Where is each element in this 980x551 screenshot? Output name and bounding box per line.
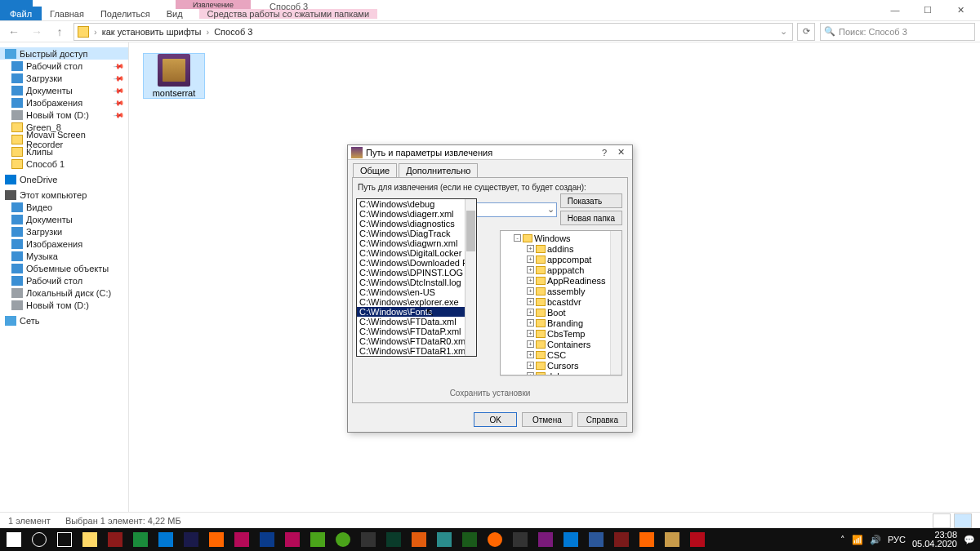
tree-node[interactable]: +Containers xyxy=(502,339,608,349)
sidebar-item[interactable]: Изображения xyxy=(0,238,128,250)
taskbar-app[interactable] xyxy=(103,529,127,550)
tab-home[interactable]: Главная xyxy=(42,9,92,19)
sidebar-item[interactable]: Movavi Screen Recorder xyxy=(0,133,128,145)
dropdown-item[interactable]: C:\Windows\en-US xyxy=(357,287,476,297)
task-view-button[interactable] xyxy=(52,529,77,550)
taskbar-app[interactable] xyxy=(154,529,178,550)
tree-scrollbar-v[interactable] xyxy=(610,231,621,375)
new-folder-button[interactable]: Новая папка xyxy=(560,211,622,225)
taskbar-app[interactable] xyxy=(660,529,684,550)
tray-chevron[interactable]: ˄ xyxy=(840,535,845,545)
forward-button[interactable]: → xyxy=(28,25,46,38)
maximize-button[interactable]: ☐ xyxy=(911,2,944,18)
sidebar-item[interactable]: Новый том (D:)📌 xyxy=(0,109,128,121)
taskbar-app[interactable] xyxy=(559,529,583,550)
sidebar-this-pc[interactable]: Этот компьютер xyxy=(0,189,128,201)
taskbar-app[interactable] xyxy=(128,529,153,550)
search-input[interactable]: 🔍 Поиск: Способ 3 xyxy=(820,23,975,41)
dropdown-item[interactable]: C:\Windows\explorer.exe xyxy=(357,297,476,307)
taskbar-app[interactable] xyxy=(204,529,229,550)
tree-node[interactable]: +bcastdvr xyxy=(502,296,608,307)
sidebar-item[interactable]: Объемные объекты xyxy=(0,262,128,274)
address-dropdown[interactable]: ⌄ xyxy=(778,26,789,37)
taskbar-app[interactable] xyxy=(255,529,279,550)
path-dropdown-button[interactable]: ⌄ xyxy=(547,204,555,215)
sidebar-item[interactable]: Загрузки📌 xyxy=(0,72,128,84)
tree-node[interactable]: +debug xyxy=(502,371,608,375)
taskbar-app[interactable] xyxy=(78,529,102,550)
dropdown-item[interactable]: C:\Windows\debug xyxy=(357,199,476,209)
refresh-button[interactable]: ⟳ xyxy=(797,23,815,41)
file-menu[interactable]: Файл xyxy=(0,7,42,20)
tree-node[interactable]: +Boot xyxy=(502,307,608,318)
dropdown-item[interactable]: C:\Windows\DtcInstall.log xyxy=(357,278,476,287)
tab-advanced[interactable]: Дополнительно xyxy=(399,163,478,177)
tab-share[interactable]: Поделиться xyxy=(92,9,158,19)
sidebar-item[interactable]: Музыка xyxy=(0,250,128,262)
dropdown-item[interactable]: C:\Windows\FTDataR1.xml xyxy=(357,346,476,356)
breadcrumb-segment[interactable]: как установить шрифты xyxy=(102,27,202,37)
taskbar-app[interactable] xyxy=(305,529,330,550)
dropdown-item[interactable]: C:\Windows\Downloaded Program Files xyxy=(357,258,476,268)
dropdown-item[interactable]: C:\Windows\DigitalLocker xyxy=(357,248,476,258)
view-icons-button[interactable] xyxy=(954,513,972,528)
tree-node[interactable]: +addins xyxy=(502,243,608,254)
sidebar-network[interactable]: Сеть xyxy=(0,314,128,327)
dropdown-item[interactable]: C:\Windows\diagerr.xml xyxy=(357,209,476,219)
taskbar-app[interactable] xyxy=(381,529,406,550)
back-button[interactable]: ← xyxy=(5,25,23,38)
dialog-help-button[interactable]: ? xyxy=(596,148,612,158)
sidebar-item[interactable]: Новый том (D:) xyxy=(0,299,128,311)
sidebar-item[interactable]: Документы📌 xyxy=(0,84,128,96)
dropdown-item[interactable]: C:\Windows\FTData.xml xyxy=(357,317,476,327)
tree-node[interactable]: +apppatch xyxy=(502,264,608,275)
sidebar-item[interactable]: Рабочий стол xyxy=(0,274,128,287)
tray-lang[interactable]: РУС xyxy=(888,535,906,544)
tree-node[interactable]: +assembly xyxy=(502,286,608,296)
taskbar-app[interactable] xyxy=(331,529,355,550)
search-button[interactable] xyxy=(27,529,51,550)
taskbar-app[interactable] xyxy=(609,529,634,550)
taskbar-app[interactable] xyxy=(356,529,381,550)
sidebar-item[interactable]: Загрузки xyxy=(0,225,128,238)
taskbar-app[interactable] xyxy=(432,529,457,550)
dropdown-item[interactable]: C:\Windows\Fonts xyxy=(357,307,476,317)
dropdown-item[interactable]: C:\Windows\DPINST.LOG xyxy=(357,268,476,278)
taskbar-app[interactable] xyxy=(457,529,482,550)
tray-notifications[interactable]: 💬 xyxy=(964,535,975,545)
folder-tree[interactable]: -Windows+addins+appcompat+apppatch+AppRe… xyxy=(500,230,622,375)
tree-node[interactable]: +appcompat xyxy=(502,254,608,264)
breadcrumb-segment[interactable]: Способ 3 xyxy=(214,27,252,37)
address-bar[interactable]: › как установить шрифты › Способ 3 ⌄ xyxy=(74,23,793,41)
sidebar-quick-access[interactable]: Быстрый доступ xyxy=(0,47,128,60)
minimize-button[interactable]: — xyxy=(879,2,911,18)
tray-network-icon[interactable]: 📶 xyxy=(852,535,863,545)
tab-general[interactable]: Общие xyxy=(353,163,397,177)
dialog-close-button[interactable]: ✕ xyxy=(612,147,629,158)
dropdown-item[interactable]: C:\Windows\FTDataR0.xml xyxy=(357,336,476,346)
tree-node[interactable]: +Cursors xyxy=(502,360,608,371)
sidebar-onedrive[interactable]: OneDrive xyxy=(0,173,128,185)
dropdown-item[interactable]: C:\Windows\diagwrn.xml xyxy=(357,238,476,248)
taskbar-app[interactable] xyxy=(280,529,305,550)
taskbar-app[interactable] xyxy=(508,529,532,550)
view-details-button[interactable] xyxy=(933,513,951,528)
taskbar-app[interactable] xyxy=(229,529,254,550)
path-autocomplete-dropdown[interactable]: C:\Windows\debugC:\Windows\diagerr.xmlC:… xyxy=(356,198,477,357)
up-button[interactable]: ↑ xyxy=(51,25,69,38)
tree-node[interactable]: +CSC xyxy=(502,349,608,360)
taskbar-app[interactable] xyxy=(584,529,608,550)
tab-view[interactable]: Вид xyxy=(158,9,191,19)
sidebar-item[interactable]: Видео xyxy=(0,201,128,213)
taskbar-app[interactable] xyxy=(533,529,558,550)
dropdown-scrollbar[interactable] xyxy=(465,199,476,356)
tray-clock[interactable]: 23:08 05.04.2020 xyxy=(912,531,957,549)
taskbar-app[interactable] xyxy=(179,529,203,550)
taskbar-app[interactable] xyxy=(483,529,507,550)
sidebar-item[interactable]: Способ 1 xyxy=(0,158,128,170)
dropdown-item[interactable]: C:\Windows\FTDataP.xml xyxy=(357,327,476,336)
taskbar-app[interactable] xyxy=(407,529,431,550)
tree-node[interactable]: -Windows xyxy=(502,233,608,243)
sidebar-item[interactable]: Клипы xyxy=(0,145,128,158)
file-item-montserrat[interactable]: montserrat xyxy=(144,54,204,98)
